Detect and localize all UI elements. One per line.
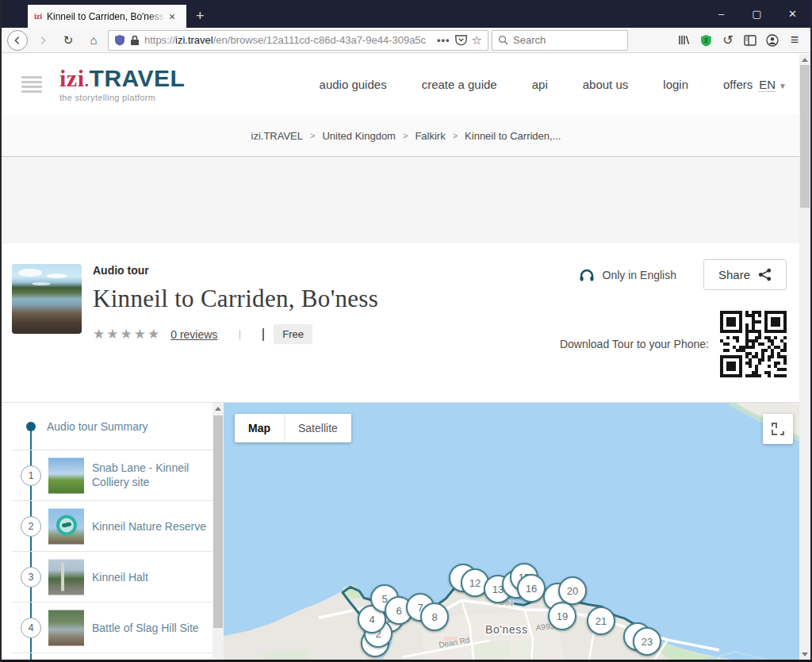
page-actions-icon[interactable]: •••	[437, 34, 450, 46]
forward-button[interactable]	[32, 30, 54, 51]
logo-tagline: the storytelling platform	[59, 94, 185, 102]
search-placeholder: Search	[513, 34, 546, 46]
satellite-button[interactable]: Satellite	[285, 414, 351, 442]
nav-api[interactable]: api	[532, 78, 548, 91]
nav-create-a-guide[interactable]: create a guide	[422, 78, 497, 91]
map-marker-23[interactable]: 23	[633, 627, 661, 656]
share-button[interactable]: Share	[703, 259, 787, 290]
stop-thumbnail	[48, 508, 84, 544]
chevron-down-icon: ▼	[779, 82, 787, 90]
nature-reserve-logo	[56, 515, 77, 535]
reviews-link[interactable]: 0 reviews	[170, 328, 217, 341]
language-note: Only in English	[603, 269, 676, 281]
rating-stars: ★★★★★	[93, 326, 161, 342]
stop-thumbnail	[48, 559, 84, 595]
stop-label: Kinneil Nature Reserve	[92, 519, 211, 534]
tour-stop-item-3[interactable]: 3Kinneil Halt	[12, 552, 213, 603]
tour-stop-item-2[interactable]: 2Kinneil Nature Reserve	[12, 501, 213, 552]
breadcrumb-separator: >	[453, 131, 458, 140]
pocket-icon[interactable]	[455, 35, 467, 46]
extension-shield-icon[interactable]	[695, 30, 717, 51]
stops-scrollbar[interactable]	[213, 403, 224, 662]
history-icon[interactable]: ↺	[717, 30, 739, 51]
page-content: izi.TRAVEL the storytelling platform aud…	[2, 54, 810, 660]
timeline-dot	[26, 422, 36, 431]
main-nav: audio guidescreate a guideapiabout uslog…	[320, 78, 753, 91]
page-scrollbar[interactable]	[799, 54, 810, 660]
nav-offers[interactable]: offers	[723, 78, 753, 91]
breadcrumb-item[interactable]: Falkirk	[415, 130, 445, 142]
tour-info-section: Audio tour Kinneil to Carriden, Bo'ness …	[2, 243, 810, 402]
account-icon[interactable]	[761, 30, 783, 51]
fullscreen-button[interactable]	[763, 414, 793, 444]
stop-number: 4	[21, 618, 41, 638]
maximize-button[interactable]: ▢	[739, 0, 775, 28]
minimize-button[interactable]: –	[703, 0, 739, 28]
library-icon[interactable]	[672, 30, 695, 51]
download-note: Download Tour to your Phone:	[560, 338, 709, 350]
tracking-shield-icon	[114, 34, 125, 46]
nav-about-us[interactable]: about us	[583, 78, 629, 91]
scrollbar-thumb[interactable]	[213, 415, 223, 628]
tour-thumbnail	[12, 264, 82, 334]
audio-tour-summary-item[interactable]: Audio tour Summary	[12, 403, 213, 450]
stop-label: Battle of Slag Hill Site	[92, 620, 211, 635]
map-marker-19[interactable]: 19	[548, 602, 576, 630]
scroll-up-icon[interactable]	[802, 58, 808, 62]
scroll-up-icon[interactable]	[215, 407, 221, 411]
close-button[interactable]: ✕	[775, 0, 810, 28]
map-label: Bo'ness	[485, 623, 528, 636]
reload-icon[interactable]: ↻	[57, 30, 79, 51]
url-text: https://izi.travel/en/browse/12a111cd-c8…	[144, 34, 432, 46]
tour-stops-panel: Audio tour Summary 1Snab Lane - Kinneil …	[12, 403, 224, 662]
tab-close-icon[interactable]: ×	[169, 10, 175, 23]
izi-favicon: izi	[34, 12, 42, 21]
breadcrumb: izi.TRAVEL>United Kingdom>Falkirk>Kinnei…	[2, 115, 810, 156]
stop-label: Snab Lane - Kinneil Colliery site	[92, 461, 211, 491]
site-header: izi.TRAVEL the storytelling platform aud…	[2, 54, 810, 115]
tour-stop-item-4[interactable]: 4Battle of Slag Hill Site	[12, 603, 213, 653]
tour-stop-item-1[interactable]: 1Snab Lane - Kinneil Colliery site	[12, 450, 213, 501]
map-marker-8[interactable]: 8	[420, 603, 449, 631]
scroll-down-icon[interactable]	[802, 652, 808, 656]
breadcrumb-item[interactable]: izi.TRAVEL	[251, 130, 304, 142]
qr-code	[720, 311, 787, 377]
izi-travel-logo[interactable]: izi.TRAVEL the storytelling platform	[59, 67, 185, 102]
titlebar: izi Kinneil to Carriden, Bo'ness | izi ×…	[2, 0, 810, 28]
map-marker-20[interactable]: 20	[558, 576, 587, 605]
site-menu-icon[interactable]	[21, 76, 42, 93]
browser-window: izi Kinneil to Carriden, Bo'ness | izi ×…	[0, 0, 812, 662]
navigation-toolbar: ↻ ⌂ https://izi.travel/en/browse/12a111c…	[2, 28, 810, 53]
search-icon	[498, 35, 508, 45]
map-marker-16[interactable]: 16	[517, 574, 546, 603]
browser-tab[interactable]: izi Kinneil to Carriden, Bo'ness | izi ×	[28, 5, 186, 28]
breadcrumb-separator: >	[403, 131, 408, 140]
map-button[interactable]: Map	[235, 414, 285, 442]
home-icon[interactable]: ⌂	[82, 30, 105, 51]
language-switcher[interactable]: EN▼	[759, 78, 787, 92]
map-type-control: Map Satellite	[235, 414, 351, 442]
stop-label: Kinneil Halt	[92, 569, 211, 584]
price-badge: Free	[274, 324, 312, 344]
search-bar[interactable]: Search	[492, 30, 628, 51]
scrollbar-thumb[interactable]	[800, 65, 810, 208]
map-marker-21[interactable]: 21	[587, 607, 615, 635]
share-icon	[758, 268, 772, 281]
new-tab-button[interactable]: +	[196, 6, 205, 25]
nav-login[interactable]: login	[663, 78, 688, 91]
divider	[262, 328, 264, 341]
menu-icon[interactable]: ≡	[783, 30, 806, 51]
breadcrumb-item[interactable]: Kinneil to Carriden,...	[465, 130, 561, 142]
url-bar[interactable]: https://izi.travel/en/browse/12a111cd-c8…	[108, 30, 488, 51]
tour-stops-list: Audio tour Summary 1Snab Lane - Kinneil …	[12, 403, 213, 662]
back-button[interactable]	[6, 30, 29, 51]
nav-audio-guides[interactable]: audio guides	[320, 78, 387, 91]
sidebar-toggle-icon[interactable]	[739, 30, 761, 51]
breadcrumb-item[interactable]: United Kingdom	[322, 130, 396, 142]
stop-number: 3	[21, 567, 41, 587]
lock-icon	[130, 35, 140, 46]
bookmark-star-icon[interactable]: ☆	[472, 33, 482, 48]
divider	[239, 330, 240, 339]
map[interactable]: Bo'nessA904A904A993Dean Rd Map Satellite…	[224, 403, 810, 662]
headphones-icon	[579, 268, 595, 282]
